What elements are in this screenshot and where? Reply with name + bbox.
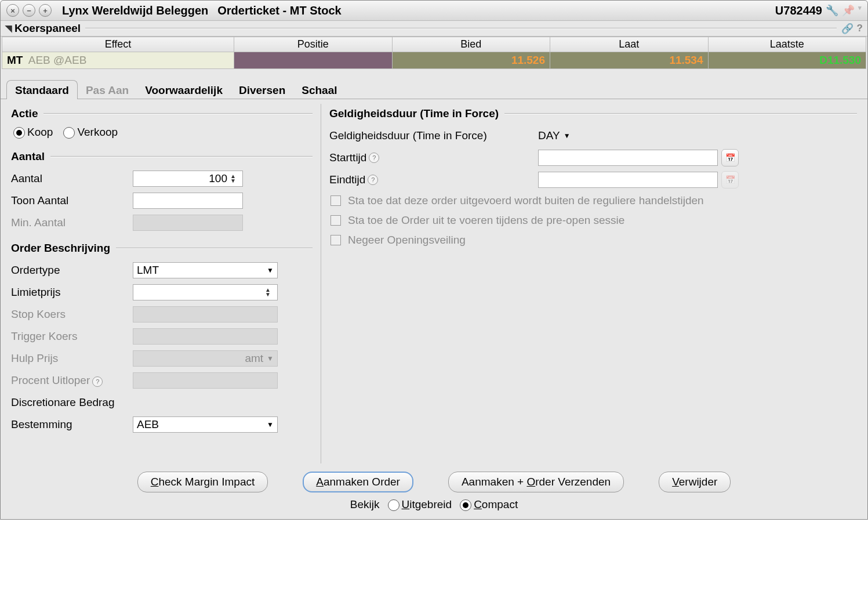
- help-icon[interactable]: ?: [368, 175, 378, 185]
- actie-group-title: Actie: [11, 107, 38, 120]
- view-label: Bekijk: [350, 498, 380, 511]
- trigger-koers-label: Trigger Koers: [11, 330, 133, 343]
- check-margin-impact-button[interactable]: Check Margin Impact: [137, 472, 268, 492]
- col-effect[interactable]: Effect: [2, 37, 234, 52]
- collapse-arrow-icon[interactable]: ◥: [5, 23, 12, 34]
- window-zoom-button[interactable]: +: [39, 4, 52, 17]
- checkbox-buiten-handelstijden[interactable]: Sta toe dat deze order uitgevoerd wordt …: [331, 194, 857, 207]
- tab-pas-aan[interactable]: Pas Aan: [78, 81, 137, 99]
- wrench-icon[interactable]: 🔧: [826, 4, 838, 17]
- radio-verkoop[interactable]: Verkoop: [63, 126, 118, 139]
- stop-koers-input: [133, 306, 278, 323]
- hulp-prijs-select: amt▼: [133, 350, 278, 367]
- radio-uitgebreid[interactable]: Uitgebreid: [388, 498, 452, 511]
- col-bied[interactable]: Bied: [392, 37, 550, 52]
- calendar-icon[interactable]: 📅: [721, 149, 739, 166]
- help-icon[interactable]: ?: [857, 23, 863, 35]
- titlebar: × − + Lynx Wereldwijd Beleggen Ordertick…: [1, 1, 867, 21]
- col-positie[interactable]: Positie: [234, 37, 393, 52]
- quote-panel-header: ◥ Koerspaneel 🔗 ?: [1, 21, 867, 37]
- ordertype-select[interactable]: LMT▼: [133, 262, 278, 278]
- quote-laat: 11.534: [550, 52, 709, 69]
- help-icon[interactable]: ?: [369, 153, 379, 163]
- quote-laatste: D11.530: [708, 52, 866, 69]
- quote-panel-title: Koerspaneel: [14, 22, 81, 35]
- tif-label: Geldigheidsduur (Time in Force): [329, 129, 538, 142]
- view-mode-row: Bekijk Uitgebreid Compact: [1, 496, 867, 519]
- min-aantal-input: [133, 215, 243, 231]
- checkbox-pre-open[interactable]: Sta toe de Order uit te voeren tijdens d…: [331, 214, 857, 227]
- aantal-spinner[interactable]: ▲▼: [230, 174, 236, 183]
- order-tabs: Standaard Pas Aan Voorwaardelijk Diverse…: [1, 79, 867, 99]
- window-minimize-button[interactable]: −: [23, 4, 35, 17]
- ordertype-label: Ordertype: [11, 264, 133, 277]
- quote-symbol: MT: [7, 54, 23, 66]
- discretionare-bedrag-label: Discretionare Bedrag: [11, 396, 150, 409]
- window-title: Orderticket - MT Stock: [217, 4, 341, 17]
- quote-row[interactable]: MT AEB @AEB 11.526 11.534 D11.530: [2, 52, 866, 69]
- calendar-icon: 📅: [721, 171, 739, 189]
- hulp-prijs-label: Hulp Prijs: [11, 352, 133, 365]
- trigger-koers-input: [133, 328, 278, 345]
- col-laat[interactable]: Laat: [550, 37, 709, 52]
- aantal-input[interactable]: 100: [133, 171, 243, 187]
- stop-koers-label: Stop Koers: [11, 308, 133, 321]
- eindtijd-input[interactable]: [538, 172, 718, 188]
- tab-diversen[interactable]: Diversen: [231, 81, 293, 99]
- aantal-group-title: Aantal: [11, 150, 45, 163]
- toon-aantal-label: Toon Aantal: [11, 194, 133, 207]
- verwijder-button[interactable]: Verwijder: [659, 472, 731, 492]
- chevron-down-icon: ▼: [267, 416, 274, 433]
- starttijd-input[interactable]: [538, 150, 718, 166]
- aanmaken-order-verzenden-button[interactable]: Aanmaken + Order Verzenden: [448, 472, 624, 492]
- tif-group-title: Geldigheidsduur (Time in Force): [329, 107, 499, 120]
- quote-bied: 11.526: [392, 52, 550, 69]
- limietprijs-label: Limietprijs: [11, 286, 133, 299]
- help-icon[interactable]: ?: [92, 376, 103, 387]
- procent-uitloper-input: [133, 372, 278, 389]
- col-laatste[interactable]: Laatste: [708, 37, 866, 52]
- tif-select[interactable]: DAY▼: [538, 129, 571, 142]
- chevron-down-icon: ▼: [564, 132, 571, 140]
- tab-voorwaardelijk[interactable]: Voorwaardelijk: [137, 81, 231, 99]
- starttijd-label: Starttijd?: [329, 151, 538, 164]
- chain-icon[interactable]: 🔗: [841, 23, 854, 35]
- chevron-down-icon: ▼: [267, 262, 274, 278]
- tab-schaal[interactable]: Schaal: [293, 81, 345, 99]
- order-beschrijving-title: Order Beschrijving: [11, 242, 110, 255]
- bestemming-label: Bestemming: [11, 418, 133, 431]
- radio-compact[interactable]: Compact: [460, 498, 518, 511]
- action-button-row: Check Margin Impact Aanmaken Order Aanma…: [1, 463, 867, 496]
- quote-table: Effect Positie Bied Laat Laatste MT AEB …: [2, 37, 866, 69]
- aantal-label: Aantal: [11, 172, 133, 185]
- chevron-down-icon: ▼: [267, 350, 274, 367]
- aanmaken-order-button[interactable]: Aanmaken Order: [303, 472, 413, 492]
- limietprijs-input[interactable]: [133, 284, 278, 300]
- account-number: U782449: [775, 4, 822, 17]
- window-close-button[interactable]: ×: [6, 4, 19, 17]
- toon-aantal-input[interactable]: [133, 193, 243, 209]
- quote-positie: [234, 52, 393, 69]
- min-aantal-label: Min. Aantal: [11, 216, 133, 229]
- eindtijd-label: Eindtijd?: [329, 173, 538, 186]
- checkbox-negeer-openingsveiling[interactable]: Negeer Openingsveiling: [331, 234, 857, 247]
- limietprijs-spinner[interactable]: ▲▼: [265, 288, 271, 297]
- quote-exchange: AEB @AEB: [28, 54, 87, 66]
- radio-koop[interactable]: Koop: [13, 126, 53, 139]
- bestemming-select[interactable]: AEB▼: [133, 416, 278, 433]
- app-name: Lynx Wereldwijd Beleggen: [62, 4, 208, 17]
- menu-caret-icon[interactable]: ▾: [858, 4, 862, 17]
- pin-icon[interactable]: 📌: [842, 4, 855, 17]
- procent-uitloper-label: Procent Uitloper?: [11, 374, 133, 387]
- tab-standaard[interactable]: Standaard: [6, 80, 78, 99]
